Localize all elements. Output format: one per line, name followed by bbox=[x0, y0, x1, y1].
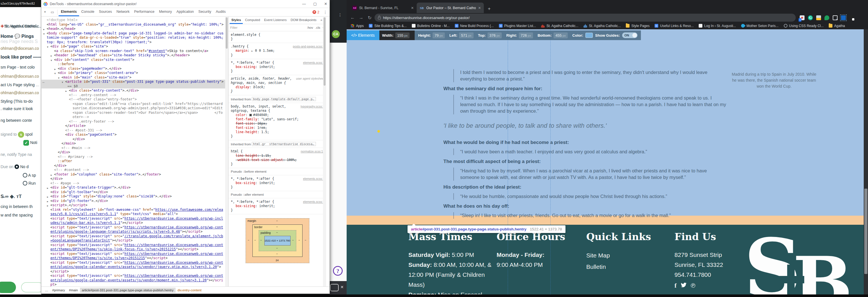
code-segment[interactable] bbox=[112, 274, 114, 278]
dom-line[interactable]: </div> bbox=[41, 150, 225, 155]
css-rule[interactable]: normalize.scss:11html {line-height: 1.15… bbox=[228, 148, 326, 168]
code-segment[interactable]: > bbox=[155, 194, 157, 198]
code-segment[interactable]: <!-- #page --> bbox=[50, 181, 79, 185]
radio-icon[interactable] bbox=[23, 181, 27, 186]
code-segment[interactable]: div bbox=[60, 67, 66, 71]
code-segment[interactable]: = bbox=[75, 243, 77, 247]
code-segment[interactable]: div bbox=[52, 199, 59, 203]
code-segment[interactable]: </ bbox=[171, 53, 175, 57]
code-segment[interactable]: = bbox=[74, 53, 76, 57]
code-segment[interactable]: </ bbox=[149, 256, 153, 260]
code-segment[interactable]: = bbox=[75, 234, 77, 238]
bookmark-item[interactable]: Mother Seton Paris... bbox=[741, 24, 779, 28]
code-segment[interactable]: type bbox=[67, 261, 75, 265]
code-segment[interactable]: div bbox=[67, 133, 73, 137]
code-segment[interactable]: > bbox=[115, 133, 116, 137]
measure-value-box[interactable]: 155px bbox=[395, 32, 409, 38]
console-error-badge[interactable]: ✕ 2 bbox=[312, 10, 321, 14]
code-segment[interactable]: class bbox=[59, 31, 69, 35]
dom-line[interactable]: <!-- .entry-content --> bbox=[41, 93, 225, 98]
bookmark-item[interactable]: Plugins Master List... bbox=[499, 24, 536, 28]
code-segment[interactable]: = bbox=[74, 172, 76, 176]
code-segment[interactable]: div bbox=[58, 164, 64, 168]
code-segment[interactable]: div bbox=[56, 58, 62, 62]
dom-line[interactable]: ▼<div id="content" class="site-content"> bbox=[41, 58, 225, 62]
code-segment[interactable]: </ bbox=[118, 186, 122, 190]
code-segment[interactable]: header bbox=[56, 53, 68, 57]
background-app-row[interactable]: act Us Page styling ... bbox=[1, 82, 39, 87]
code-segment[interactable]: = bbox=[117, 36, 119, 39]
code-segment[interactable]: src bbox=[114, 252, 120, 256]
tab-console[interactable]: Console bbox=[79, 8, 97, 16]
code-segment[interactable]: type bbox=[67, 234, 75, 238]
filter-option[interactable]: .cls bbox=[315, 26, 320, 29]
code-segment[interactable]: src bbox=[114, 234, 120, 238]
inspect-cursor-icon[interactable]: ⌖ bbox=[41, 10, 49, 14]
code-segment[interactable]: "site-main" bbox=[107, 75, 129, 79]
code-segment[interactable]: main bbox=[65, 141, 74, 145]
expand-arrow-icon[interactable]: ▼ bbox=[43, 32, 45, 36]
code-segment[interactable]: footer bbox=[147, 172, 159, 176]
dom-line[interactable]: <link rel="stylesheet" id="font-awesome-… bbox=[41, 208, 225, 217]
dom-line[interactable]: <script type="text/javascript" src="http… bbox=[41, 243, 225, 252]
code-segment[interactable]: div bbox=[52, 44, 59, 48]
code-segment[interactable] bbox=[81, 194, 83, 198]
code-segment[interactable] bbox=[112, 243, 114, 247]
code-segment[interactable]: "entry-content" bbox=[92, 89, 122, 93]
css-source-link[interactable]: user agent stylesheet bbox=[296, 76, 324, 81]
code-segment[interactable]: article bbox=[67, 80, 82, 84]
selection-icon[interactable] bbox=[841, 15, 846, 20]
code-segment[interactable]: "pageHeader" bbox=[81, 67, 105, 71]
code-segment[interactable]: </ bbox=[61, 27, 65, 31]
tab-memory[interactable]: Memory bbox=[157, 8, 174, 16]
styles-tab-dom-breakpoints[interactable]: DOM Breakpoints bbox=[289, 17, 318, 24]
code-segment[interactable]: > bbox=[221, 80, 223, 84]
background-app-row[interactable]: sm Page - text colo bbox=[1, 65, 35, 69]
bookmark-item[interactable]: Log In ‹ St. Augusti... bbox=[699, 24, 736, 28]
code-segment[interactable]: > bbox=[83, 137, 85, 141]
code-segment[interactable]: = bbox=[137, 194, 139, 198]
measure-value-box[interactable]: 455px bbox=[554, 32, 568, 38]
measure-elements-tab[interactable]: </> Elements bbox=[347, 30, 379, 40]
device-toolbar-icon[interactable]: ▭ bbox=[49, 10, 56, 14]
code-segment[interactable]: type bbox=[67, 274, 75, 278]
code-segment[interactable]: > bbox=[65, 203, 67, 207]
code-segment[interactable]: script bbox=[54, 269, 67, 273]
code-segment[interactable]: = bbox=[120, 234, 122, 238]
breadcrumb-item[interactable]: #main bbox=[67, 288, 80, 293]
css-source-link[interactable]: elements.scss:7 bbox=[303, 200, 324, 204]
code-segment[interactable]: "gr__stbernardsunrise_diocesanweb_org" bbox=[98, 23, 177, 27]
background-app-row[interactable]: signed to s spol bbox=[1, 131, 32, 138]
code-segment[interactable]: </ bbox=[126, 89, 130, 93]
code-segment[interactable]: style bbox=[178, 23, 188, 27]
code-segment[interactable]: > bbox=[112, 238, 114, 242]
maximize-icon[interactable]: ▢ bbox=[313, 2, 317, 6]
code-segment[interactable]: = bbox=[88, 80, 90, 84]
code-segment[interactable]: "text/javascript" bbox=[77, 234, 112, 238]
code-segment[interactable]: > bbox=[129, 186, 131, 190]
code-segment[interactable]: class bbox=[126, 194, 136, 198]
code-segment[interactable]: > bbox=[67, 269, 69, 273]
code-segment[interactable] bbox=[78, 36, 80, 39]
code-segment[interactable]: > bbox=[167, 53, 169, 57]
code-segment[interactable]: > bbox=[209, 278, 211, 282]
code-segment[interactable]: class bbox=[68, 67, 78, 71]
tab-security[interactable]: Security bbox=[196, 8, 213, 16]
background-tab-title[interactable]: St. Agatha Catholic... bbox=[4, 24, 38, 28]
code-segment[interactable]: script bbox=[52, 243, 65, 247]
code-segment[interactable]: script bbox=[52, 252, 65, 256]
code-segment[interactable]: > bbox=[167, 49, 169, 53]
code-segment[interactable]: = bbox=[120, 261, 122, 265]
code-segment[interactable] bbox=[97, 53, 99, 57]
code-segment[interactable]: " bbox=[110, 238, 112, 242]
back-icon[interactable]: ← bbox=[349, 15, 356, 20]
radio-selected-icon[interactable] bbox=[14, 164, 19, 169]
code-segment[interactable]: div bbox=[163, 194, 169, 198]
css-source-link[interactable]: elements.scss:7 bbox=[303, 177, 324, 181]
code-segment[interactable]: = bbox=[75, 274, 77, 278]
inherited-ref[interactable]: body.page-template-default.page.page-id-… bbox=[252, 97, 316, 101]
code-segment[interactable]: = bbox=[65, 186, 67, 190]
code-segment[interactable]: style bbox=[133, 36, 143, 39]
code-segment[interactable]: "site-header Sticky sticky" bbox=[112, 53, 167, 57]
code-segment[interactable] bbox=[92, 75, 94, 79]
